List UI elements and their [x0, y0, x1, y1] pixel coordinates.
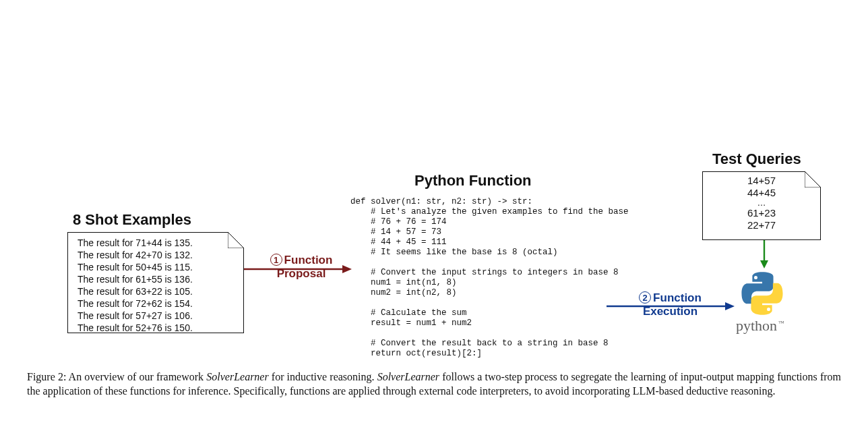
step2-top: Function: [653, 291, 702, 304]
caption-lead: Figure 2:: [27, 371, 66, 382]
arrow-down-icon: [759, 240, 770, 268]
figure-caption: Figure 2: An overview of our framework S…: [27, 370, 841, 398]
example-row: The result for 61+55 is 136.: [78, 273, 237, 285]
heading-test-queries: Test Queries: [712, 150, 801, 168]
trademark-symbol: ™: [778, 320, 784, 326]
python-logo-icon: [739, 270, 786, 317]
query-row: 14+57: [703, 175, 820, 187]
step1-top: Function: [284, 254, 333, 266]
svg-marker-6: [725, 302, 735, 310]
query-row: 61+23: [703, 207, 820, 219]
svg-marker-11: [760, 260, 768, 268]
queries-note: 14+57 44+45 … 61+23 22+77: [702, 171, 821, 240]
caption-text-2: for inductive reasoning.: [269, 371, 377, 382]
query-ellipsis: …: [703, 199, 820, 207]
step2-bottom: Execution: [643, 305, 698, 318]
example-row: The result for 63+22 is 105.: [78, 285, 237, 297]
python-wordmark: python™: [736, 317, 784, 335]
example-row: The result for 72+62 is 154.: [78, 297, 237, 310]
step-number-1: 1: [270, 254, 282, 266]
query-row: 22+77: [703, 219, 820, 231]
examples-note: The result for 71+44 is 135. The result …: [67, 232, 244, 333]
example-row: The result for 71+44 is 135.: [78, 237, 237, 249]
label-function-proposal: 1Function Proposal: [257, 254, 345, 281]
example-row: The result for 50+45 is 115.: [78, 261, 237, 273]
step1-bottom: Proposal: [277, 267, 326, 280]
heading-8shot: 8 Shot Examples: [73, 211, 191, 229]
caption-text-1: An overview of our framework: [66, 371, 206, 382]
example-row: The result for 52+76 is 150.: [78, 322, 237, 334]
caption-solverlearner-2: SolverLearner: [377, 371, 439, 382]
example-row: The result for 42+70 is 132.: [78, 249, 237, 261]
label-function-execution: 2Function Execution: [621, 291, 719, 318]
step-number-2: 2: [639, 291, 651, 304]
heading-python-function: Python Function: [414, 172, 532, 190]
caption-solverlearner-1: SolverLearner: [206, 371, 268, 382]
example-row: The result for 57+27 is 106.: [78, 310, 237, 322]
python-code-block: def solver(n1: str, n2: str) -> str: # L…: [350, 197, 633, 359]
python-word: python: [736, 317, 777, 334]
